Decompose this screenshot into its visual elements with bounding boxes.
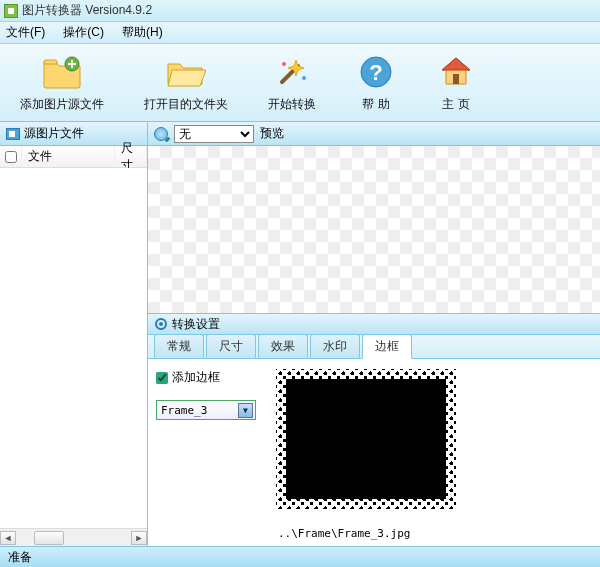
add-source-button[interactable]: 添加图片源文件 — [20, 52, 104, 113]
open-dest-label: 打开目的文件夹 — [144, 96, 228, 113]
settings-tabs: 常规 尺寸 效果 水印 边框 — [148, 335, 600, 359]
folder-open-icon — [166, 52, 206, 92]
help-icon: ? — [356, 52, 396, 92]
help-label: 帮 助 — [362, 96, 389, 113]
tab-size[interactable]: 尺寸 — [206, 334, 256, 358]
window-title: 图片转换器 Version4.9.2 — [22, 2, 152, 19]
add-border-label: 添加边框 — [172, 369, 220, 386]
preview-header: 无 预览 — [148, 122, 600, 146]
chevron-down-icon[interactable]: ▼ — [238, 403, 253, 418]
tab-effect[interactable]: 效果 — [258, 334, 308, 358]
titlebar: 图片转换器 Version4.9.2 — [0, 0, 600, 22]
status-text: 准备 — [8, 549, 32, 566]
svg-rect-5 — [453, 74, 459, 84]
image-icon — [6, 128, 20, 140]
select-all-checkbox-cell — [0, 146, 22, 167]
settings-header: 转换设置 — [148, 313, 600, 335]
svg-point-7 — [159, 322, 163, 326]
statusbar: 准备 — [0, 546, 600, 567]
tab-watermark[interactable]: 水印 — [310, 334, 360, 358]
tab-border[interactable]: 边框 — [362, 334, 412, 359]
add-source-label: 添加图片源文件 — [20, 96, 104, 113]
file-list-header: 文件 尺寸 — [0, 146, 147, 168]
frame-core — [286, 379, 446, 499]
folder-plus-icon — [42, 52, 82, 92]
preview-mode-select[interactable]: 无 — [174, 125, 254, 143]
source-files-panel: 源图片文件 文件 尺寸 ◄ ► — [0, 122, 148, 546]
col-size[interactable]: 尺寸 — [115, 146, 147, 167]
preview-label: 预览 — [260, 125, 284, 142]
open-dest-button[interactable]: 打开目的文件夹 — [144, 52, 228, 113]
gear-icon — [154, 317, 168, 331]
menu-help[interactable]: 帮助(H) — [122, 24, 163, 41]
start-convert-label: 开始转换 — [268, 96, 316, 113]
app-icon — [4, 4, 18, 18]
start-convert-button[interactable]: 开始转换 — [268, 52, 316, 113]
menubar: 文件(F) 操作(C) 帮助(H) — [0, 22, 600, 44]
menu-file[interactable]: 文件(F) — [6, 24, 45, 41]
frame-select-value: Frame_3 — [161, 404, 207, 417]
home-button[interactable]: 主 页 — [436, 52, 476, 113]
tab-general[interactable]: 常规 — [154, 334, 204, 358]
toolbar: 添加图片源文件 打开目的文件夹 开始转换 ? 帮 助 主 页 — [0, 44, 600, 122]
svg-text:?: ? — [369, 60, 382, 85]
scroll-right-icon[interactable]: ► — [131, 531, 147, 545]
home-icon — [436, 52, 476, 92]
scroll-thumb[interactable] — [34, 531, 64, 545]
select-all-checkbox[interactable] — [5, 151, 17, 163]
main-area: 源图片文件 文件 尺寸 ◄ ► 无 预览 转换设置 常规 — [0, 122, 600, 546]
magnifier-icon — [154, 127, 168, 141]
help-button[interactable]: ? 帮 助 — [356, 52, 396, 113]
home-label: 主 页 — [442, 96, 469, 113]
svg-point-2 — [302, 76, 306, 80]
add-border-checkbox-row[interactable]: 添加边框 — [156, 369, 256, 386]
horizontal-scrollbar[interactable]: ◄ ► — [0, 528, 147, 546]
frame-select[interactable]: Frame_3 ▼ — [156, 400, 256, 420]
scroll-left-icon[interactable]: ◄ — [0, 531, 16, 545]
magic-wand-icon — [272, 52, 312, 92]
settings-title: 转换设置 — [172, 316, 220, 333]
settings-body: 添加边框 Frame_3 ▼ ..\Frame\Frame_3.jpg — [148, 359, 600, 546]
preview-canvas — [148, 146, 600, 313]
file-list-body — [0, 168, 147, 528]
menu-operate[interactable]: 操作(C) — [63, 24, 104, 41]
right-panel: 无 预览 转换设置 常规 尺寸 效果 水印 边框 添加边框 Frame_3 — [148, 122, 600, 546]
svg-point-1 — [282, 62, 286, 66]
col-file[interactable]: 文件 — [22, 146, 115, 167]
frame-path-label: ..\Frame\Frame_3.jpg — [278, 527, 410, 540]
source-files-title: 源图片文件 — [24, 125, 84, 142]
frame-preview — [276, 369, 456, 509]
add-border-checkbox[interactable] — [156, 372, 168, 384]
